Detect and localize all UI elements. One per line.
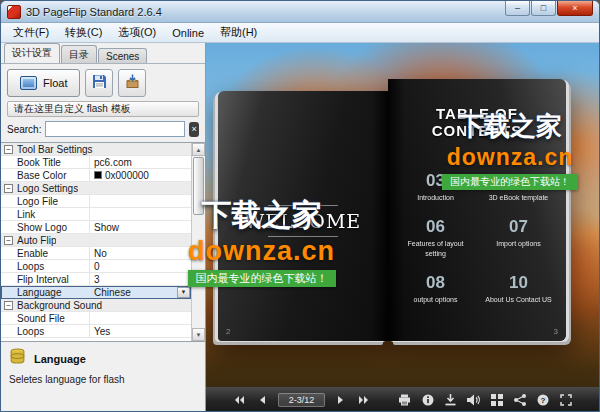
property-grid: − Tool Bar Settings Book Title pc6.com B…	[1, 142, 205, 341]
print-icon[interactable]	[397, 393, 412, 408]
toc-entry[interactable]: 08 output options	[396, 273, 475, 304]
help-icon[interactable]: ?	[535, 393, 550, 408]
tab-toc[interactable]: 目录	[61, 45, 97, 63]
scrollbar-thumb[interactable]	[193, 157, 204, 215]
app-icon	[7, 5, 21, 19]
scrollbar-track[interactable]	[192, 156, 205, 328]
scrollbar[interactable]: ▲ ▼	[191, 143, 205, 341]
property-group-logo-settings[interactable]: − Logo Settings	[1, 182, 191, 195]
info-icon[interactable]	[420, 393, 435, 408]
property-value[interactable]: 0	[89, 260, 191, 272]
book-right-page[interactable]: TABLE OF CONTENTS 03 Introduction 05 3D …	[388, 79, 566, 341]
collapse-icon[interactable]: −	[4, 236, 13, 245]
property-row-logo-file[interactable]: Logo File	[1, 195, 191, 208]
toc-entry-number: 03	[396, 171, 475, 191]
property-value[interactable]: Yes	[89, 325, 191, 337]
thumbnails-icon[interactable]	[489, 393, 504, 408]
property-value[interactable]: pc6.com	[89, 156, 191, 168]
property-label: Language	[1, 287, 89, 298]
publish-icon	[125, 74, 140, 92]
save-button[interactable]	[85, 69, 113, 97]
close-button[interactable]: ×	[557, 1, 593, 16]
settings-panel: 设计设置 目录 Scenes Float 请在这里自定义 flash 模板 Se…	[1, 43, 206, 412]
tab-scenes[interactable]: Scenes	[98, 48, 147, 63]
book-left-page[interactable]: WELCOME 2	[218, 91, 388, 341]
fullscreen-icon[interactable]	[558, 393, 573, 408]
property-value[interactable]: 3	[89, 273, 191, 285]
first-page-button[interactable]	[232, 393, 247, 408]
toc-entry-number: 08	[396, 273, 475, 293]
search-input[interactable]	[45, 121, 185, 137]
collapse-icon[interactable]: −	[4, 145, 13, 154]
property-row-language[interactable]: Language Chinese ▼	[1, 286, 191, 299]
right-page-number: 3	[554, 327, 558, 336]
toc-entry[interactable]: 03 Introduction	[396, 171, 475, 202]
book-preview[interactable]: WELCOME 2 TABLE OF CONTENTS 03 Introduct…	[218, 73, 570, 341]
minimize-button[interactable]: –	[505, 1, 530, 16]
float-button[interactable]: Float	[7, 69, 80, 97]
property-row-link[interactable]: Link	[1, 208, 191, 221]
menu-file[interactable]: 文件(F)	[5, 23, 57, 42]
property-description-panel: Language Seletes language for flash	[1, 341, 205, 412]
publish-button[interactable]	[118, 69, 146, 97]
last-page-button[interactable]	[356, 393, 371, 408]
description-text: Seletes language for flash	[9, 374, 197, 385]
menu-online[interactable]: Online	[164, 25, 212, 41]
property-value[interactable]	[89, 195, 191, 207]
toc-entry[interactable]: 06 Features of layout setting	[396, 217, 475, 258]
property-row-show-logo[interactable]: Show Logo Show	[1, 221, 191, 234]
toc-entry[interactable]: 10 About Us Contact US	[479, 273, 558, 304]
property-group-auto-flip[interactable]: − Auto Flip	[1, 234, 191, 247]
search-clear-button[interactable]: ×	[189, 122, 199, 137]
collapse-icon[interactable]: −	[4, 184, 13, 193]
property-row-flip-interval[interactable]: Flip Interval 3	[1, 273, 191, 286]
property-value[interactable]: 0x000000	[89, 169, 191, 181]
group-label: Tool Bar Settings	[17, 144, 93, 155]
toc-entry[interactable]: 07 Import options	[479, 217, 558, 258]
svg-text:?: ?	[540, 396, 545, 405]
property-row-enable[interactable]: Enable No	[1, 247, 191, 260]
tab-design-settings[interactable]: 设计设置	[4, 43, 60, 63]
menu-convert[interactable]: 转换(C)	[57, 23, 110, 42]
toc-entry[interactable]: 05 3D eBook template	[479, 171, 558, 202]
titlebar[interactable]: 3D PageFlip Standard 2.6.4 – □ ×	[1, 1, 599, 23]
scroll-down-icon[interactable]: ▼	[192, 328, 205, 341]
share-icon[interactable]	[512, 393, 527, 408]
color-value: 0x000000	[105, 170, 149, 181]
property-value[interactable]	[89, 312, 191, 324]
group-label: Logo Settings	[17, 183, 78, 194]
property-value[interactable]: Chinese ▼	[89, 286, 191, 298]
color-swatch	[94, 171, 102, 179]
property-value[interactable]	[89, 208, 191, 220]
flash-preview: WELCOME 2 TABLE OF CONTENTS 03 Introduct…	[206, 43, 599, 412]
property-label: Loops	[1, 326, 89, 337]
template-hint-bar[interactable]: 请在这里自定义 flash 模板	[7, 101, 199, 117]
download-icon[interactable]	[443, 393, 458, 408]
player-toolbar: 2-3/12 ?	[206, 387, 599, 412]
property-label: Sound File	[1, 313, 89, 324]
dropdown-icon[interactable]: ▼	[177, 287, 190, 298]
property-label: Book Title	[1, 157, 89, 168]
property-row-sound-file[interactable]: Sound File	[1, 312, 191, 325]
property-label: Loops	[1, 261, 89, 272]
property-row-book-title[interactable]: Book Title pc6.com	[1, 156, 191, 169]
toc-entry-number: 05	[479, 171, 558, 191]
sound-icon[interactable]	[466, 393, 481, 408]
property-value[interactable]: No	[89, 247, 191, 259]
scroll-up-icon[interactable]: ▲	[192, 143, 205, 156]
property-label: Link	[1, 209, 89, 220]
property-row-base-color[interactable]: Base Color 0x000000	[1, 169, 191, 182]
window-title: 3D PageFlip Standard 2.6.4	[26, 6, 504, 18]
prev-page-button[interactable]	[255, 393, 270, 408]
menu-options[interactable]: 选项(O)	[110, 23, 164, 42]
collapse-icon[interactable]: −	[4, 301, 13, 310]
menu-help[interactable]: 帮助(H)	[212, 23, 265, 42]
property-row-loops[interactable]: Loops 0	[1, 260, 191, 273]
property-group-tool-bar-settings[interactable]: − Tool Bar Settings	[1, 143, 191, 156]
next-page-button[interactable]	[333, 393, 348, 408]
property-group-background-sound[interactable]: − Background Sound	[1, 299, 191, 312]
property-label: Logo File	[1, 196, 89, 207]
property-row-sound-loops[interactable]: Loops Yes	[1, 325, 191, 338]
property-value[interactable]: Show	[89, 221, 191, 233]
maximize-button[interactable]: □	[531, 1, 556, 16]
